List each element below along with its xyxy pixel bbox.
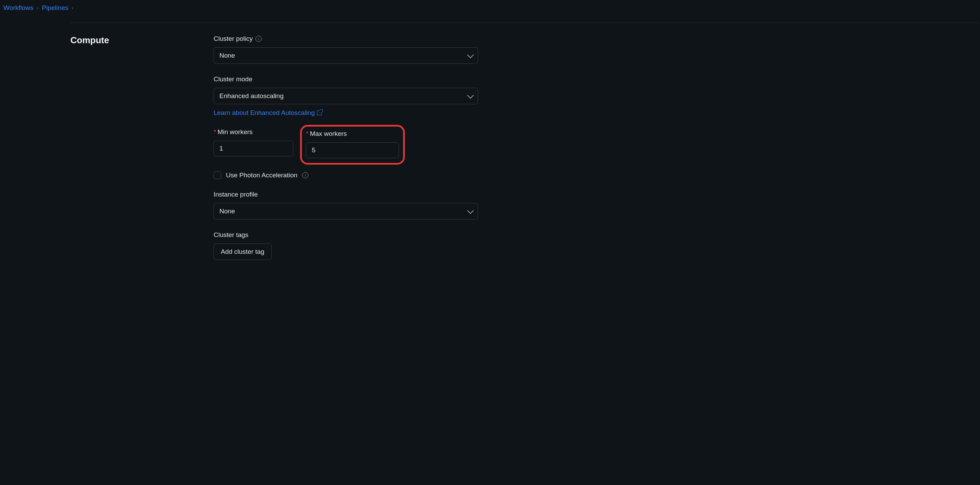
instance-profile-label: Instance profile bbox=[213, 191, 478, 198]
cluster-policy-value: None bbox=[220, 52, 235, 59]
chevron-right-icon: › bbox=[72, 5, 73, 11]
cluster-policy-select[interactable]: None bbox=[213, 48, 478, 64]
max-workers-field: *Max workers bbox=[306, 130, 399, 158]
instance-profile-value: None bbox=[220, 208, 235, 215]
section-title: Compute bbox=[70, 35, 213, 272]
external-link-icon bbox=[317, 111, 322, 115]
cluster-policy-label: Cluster policy i bbox=[213, 35, 478, 43]
min-workers-field: *Min workers bbox=[213, 128, 293, 160]
workers-row: *Min workers *Max workers bbox=[213, 128, 478, 160]
add-cluster-tag-button[interactable]: Add cluster tag bbox=[213, 244, 272, 260]
max-workers-input[interactable] bbox=[306, 142, 399, 158]
chevron-down-icon bbox=[467, 207, 474, 214]
cluster-mode-label: Cluster mode bbox=[213, 76, 478, 83]
chevron-down-icon bbox=[467, 51, 474, 58]
breadcrumb-pipelines[interactable]: Pipelines bbox=[42, 4, 68, 12]
breadcrumb: Workflows › Pipelines › bbox=[0, 0, 980, 16]
instance-profile-select[interactable]: None bbox=[213, 203, 478, 220]
breadcrumb-workflows[interactable]: Workflows bbox=[3, 4, 33, 12]
cluster-tags-label: Cluster tags bbox=[213, 231, 478, 239]
cluster-mode-value: Enhanced autoscaling bbox=[220, 92, 284, 100]
enhanced-autoscaling-link[interactable]: Learn about Enhanced Autoscaling bbox=[213, 109, 322, 117]
cluster-mode-select[interactable]: Enhanced autoscaling bbox=[213, 88, 478, 104]
max-workers-label: *Max workers bbox=[306, 130, 399, 138]
chevron-right-icon: › bbox=[37, 5, 38, 11]
chevron-down-icon bbox=[467, 92, 474, 99]
max-workers-highlight: *Max workers bbox=[300, 125, 405, 165]
compute-form: Cluster policy i None Cluster mode Enhan… bbox=[213, 35, 478, 272]
photon-checkbox[interactable] bbox=[213, 171, 221, 179]
min-workers-label: *Min workers bbox=[213, 128, 293, 136]
photon-field: Use Photon Acceleration i bbox=[213, 171, 478, 179]
min-workers-input[interactable] bbox=[213, 141, 293, 156]
cluster-policy-field: Cluster policy i None bbox=[213, 35, 478, 64]
instance-profile-field: Instance profile None bbox=[213, 191, 478, 220]
info-icon[interactable]: i bbox=[302, 172, 309, 178]
cluster-mode-field: Cluster mode Enhanced autoscaling Learn … bbox=[213, 76, 478, 117]
info-icon[interactable]: i bbox=[256, 36, 262, 42]
photon-label: Use Photon Acceleration bbox=[226, 171, 298, 179]
cluster-tags-field: Cluster tags Add cluster tag bbox=[213, 231, 478, 260]
compute-section: Compute Cluster policy i None Cluster mo… bbox=[0, 23, 980, 272]
